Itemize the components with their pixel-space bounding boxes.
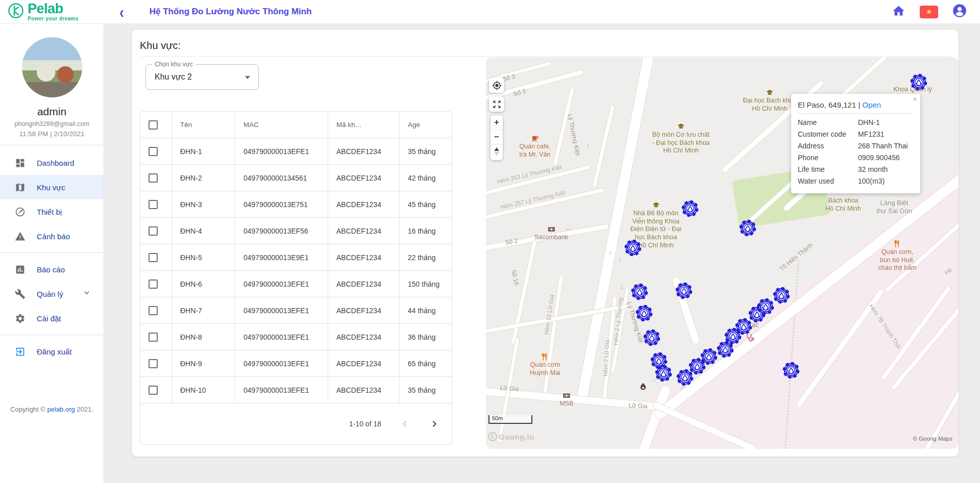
table-row: ĐHN-20497900000134561ABCDEF123442 tháng: [140, 165, 452, 191]
table-cell: ABCDEF1234: [328, 377, 400, 403]
popup-row: Water used100(m3): [798, 175, 914, 187]
row-checkbox[interactable]: [149, 279, 158, 289]
cafe-icon: [519, 135, 550, 142]
row-checkbox[interactable]: [149, 359, 158, 368]
table-cell: ABCDEF1234: [328, 138, 400, 164]
goong-g-icon: Ɛ: [488, 432, 497, 441]
sidebar-item-warning[interactable]: Cảnh báo: [0, 224, 104, 248]
zoom-in-button[interactable]: +: [491, 115, 503, 130]
sidebar-item-logout[interactable]: Đăng xuất: [0, 339, 104, 364]
zoom-out-button[interactable]: −: [491, 130, 503, 144]
avatar[interactable]: [22, 37, 82, 97]
map-street-label: Số 16: [509, 269, 521, 286]
water-meter-marker[interactable]: [782, 362, 800, 379]
row-checkbox[interactable]: [149, 173, 158, 183]
popup-row: Phone0909.900456: [798, 152, 914, 164]
table-cell: 049790000013EFE1: [235, 324, 328, 350]
row-checkbox[interactable]: [149, 253, 158, 262]
sidebar-item-label: Cảnh báo: [37, 232, 70, 241]
row-checkbox-cell: [140, 138, 172, 164]
sidebar-item-gauge[interactable]: Thiết bị: [0, 199, 104, 224]
warning-icon: [14, 231, 26, 242]
popup-row-value: 100(m3): [858, 175, 885, 187]
popup-open-link[interactable]: Open: [863, 100, 881, 109]
water-meter-marker[interactable]: [631, 283, 648, 300]
popup-details: NameDHN-1Customer codeMF1231Address268 T…: [798, 117, 914, 187]
map-label-text: Lý Thường Kiệt: [566, 113, 582, 156]
sidebar-item-map[interactable]: Khu vực: [0, 175, 104, 199]
row-checkbox-cell: [140, 350, 172, 376]
close-icon[interactable]: ×: [913, 95, 917, 103]
map-poi-restaurant: Quán cơm, bún bò Huế, cháo thịt bằm: [878, 240, 916, 272]
table-cell: ĐHN-3: [172, 191, 235, 217]
sidebar-item-label: Báo cáo: [37, 265, 65, 274]
row-checkbox[interactable]: [149, 386, 158, 395]
tilt-button[interactable]: [491, 144, 503, 158]
map-street-label: Lữ Gia: [628, 402, 647, 410]
table-cell: ABCDEF1234: [328, 350, 400, 376]
top-header: Pelab Power your dreams ‹ Hệ Thống Đo Lư…: [0, 0, 980, 24]
row-checkbox[interactable]: [149, 333, 158, 342]
copyright-link[interactable]: pelab.org: [47, 405, 75, 413]
home-icon[interactable]: [892, 4, 905, 20]
fullscreen-button[interactable]: [489, 96, 504, 112]
prev-page-button[interactable]: [399, 418, 411, 430]
divider: [0, 335, 104, 335]
popup-row: NameDHN-1: [798, 117, 914, 129]
map-street-label: Lữ Gia: [500, 384, 519, 393]
row-checkbox[interactable]: [149, 226, 158, 236]
water-meter-marker[interactable]: [773, 287, 790, 304]
chevron-down-icon: [82, 288, 91, 299]
copyright: Copyright © pelab.org 2021.: [0, 405, 104, 413]
water-meter-marker[interactable]: [655, 365, 672, 382]
select-all-checkbox[interactable]: [149, 120, 158, 130]
popup-row-value: MF1231: [858, 129, 884, 140]
vietnam-flag-icon[interactable]: ★: [920, 6, 938, 18]
region-select[interactable]: Chọn khu vực Khu vực 2: [145, 64, 259, 90]
sidebar-item-wrench[interactable]: Quản lý: [0, 282, 104, 306]
water-meter-marker[interactable]: [681, 200, 699, 217]
table-cell: ĐHN-5: [172, 244, 235, 270]
account-icon[interactable]: [952, 4, 967, 20]
table-cell: 35 tháng: [400, 377, 452, 403]
user-email: phongnh3289@gmail.com: [0, 120, 104, 128]
water-meter-marker[interactable]: [643, 329, 660, 346]
sidebar-item-chart[interactable]: Báo cáo: [0, 257, 104, 282]
app-logo[interactable]: Pelab Power your dreams: [0, 2, 104, 21]
bank-icon: [534, 225, 568, 233]
water-meter-marker[interactable]: [624, 239, 642, 257]
goong-logo[interactable]: Ɛ Goong.io: [488, 432, 534, 441]
road-arrow-icon: ↑: [586, 142, 590, 150]
row-checkbox[interactable]: [149, 200, 158, 209]
devices-table: TênMACMã kh…AgeĐHN-1049790000013EFE1ABCD…: [140, 111, 452, 445]
table-cell: ĐHN-4: [172, 218, 235, 244]
water-meter-marker[interactable]: [675, 282, 693, 299]
main-card: Khu vực: Chọn khu vực Khu vực 2 TênMACMã…: [132, 30, 959, 456]
back-icon[interactable]: ‹: [119, 3, 124, 20]
table-row: ĐHN-6049790000013EFE1ABCDEF1234150 tháng: [140, 271, 452, 297]
table-cell: 16 tháng: [400, 218, 452, 244]
water-meter-marker[interactable]: [700, 348, 718, 365]
next-page-button[interactable]: [428, 418, 440, 430]
table-cell: ĐHN-2: [172, 165, 235, 191]
locate-button[interactable]: [489, 78, 504, 93]
sidebar-item-gear[interactable]: Cài đặt: [0, 306, 104, 331]
map-canvas[interactable]: + − ↑↑↑↑↑↑↑↑↑6 Số 3Số 3Lý Thường KiệtLý …: [486, 57, 959, 449]
map-poi-school: Đại học Bách khoa Hồ Chí Minh: [743, 89, 797, 113]
water-meter-marker[interactable]: [757, 298, 774, 315]
water-meter-marker[interactable]: [635, 304, 653, 322]
water-meter-marker[interactable]: [910, 73, 927, 91]
sidebar-item-dashboard[interactable]: Dashboard: [0, 150, 104, 175]
table-row: ĐHN-9049790000013EFE1ABCDEF123465 tháng: [140, 350, 452, 377]
table-header-checkbox-cell: [140, 112, 172, 138]
table-cell: 65 tháng: [400, 350, 452, 376]
popup-title: El Paso, 649,121 | Open: [798, 98, 914, 114]
table-cell: 35 tháng: [400, 138, 452, 164]
water-meter-marker[interactable]: [739, 219, 756, 237]
popup-row-value: 32 month: [858, 164, 888, 175]
map-label-text: Quán cơm Huỳnh Mai: [530, 361, 560, 377]
row-checkbox[interactable]: [149, 147, 158, 156]
row-checkbox[interactable]: [149, 306, 158, 315]
table-row: ĐHN-10049790000013EFE1ABCDEF123435 tháng: [140, 377, 452, 403]
map-label-text: Số 16: [509, 269, 521, 286]
